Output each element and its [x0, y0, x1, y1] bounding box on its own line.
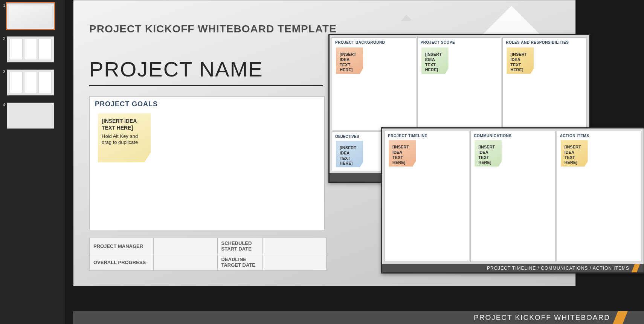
col-roles-responsibilities[interactable]: ROLES AND RESPONSIBILITIES [INSERT IDEA … [502, 37, 587, 130]
thumbnail-slide-1[interactable] [7, 3, 54, 29]
triangle-up-icon [401, 15, 412, 21]
project-goals-panel[interactable]: PROJECT GOALS [INSERT IDEA TEXT HERE] Ho… [89, 96, 325, 230]
col-header: PROJECT BACKGROUND [332, 38, 416, 47]
divider [89, 85, 323, 86]
thumbnail-row: 1 [2, 3, 63, 29]
sticky-placeholder: [INSERT IDEA TEXT HERE] [510, 52, 530, 73]
col-project-background[interactable]: PROJECT BACKGROUND [INSERT IDEA TEXT HER… [332, 37, 416, 130]
thumbnail-number: 1 [2, 3, 5, 8]
sticky-note[interactable]: [INSERT IDEA TEXT HERE] Hold Alt Key and… [421, 47, 449, 74]
sticky-hint: Hold Alt Key and drag to duplicate [102, 133, 138, 145]
sticky-placeholder: [INSERT IDEA TEXT HERE] [392, 145, 412, 165]
project-goals-header: PROJECT GOALS [90, 97, 324, 112]
col-header: PROJECT TIMELINE [385, 131, 469, 141]
col-action-items[interactable]: ACTION ITEMS [INSERT IDEA TEXT HERE] Hol… [557, 131, 641, 262]
footer-bar: PROJECT KICKOFF WHITEBOARD [73, 311, 644, 324]
footer-accent-icon [632, 264, 640, 272]
value-overall-progress[interactable] [154, 254, 218, 271]
sticky-hint: Hold Alt Key and drag to duplicate [478, 168, 495, 179]
template-title[interactable]: PROJECT KICKOFF WHITEBOARD TEMPLATE [89, 23, 337, 35]
value-project-manager[interactable] [154, 238, 218, 254]
footer-accent-icon [613, 311, 628, 324]
thumbnail-row: 3 [2, 69, 63, 96]
col-header: ROLES AND RESPONSIBILITIES [503, 38, 586, 47]
sticky-note[interactable]: [INSERT IDEA TEXT HERE] Hold Alt Key and… [336, 47, 363, 74]
col-project-timeline[interactable]: PROJECT TIMELINE [INSERT IDEA TEXT HERE]… [385, 131, 469, 262]
col-header: ACTION ITEMS [557, 131, 641, 141]
sticky-placeholder: [INSERT IDEA TEXT HERE] [340, 52, 359, 73]
sticky-hint: Hold Alt Key and drag to duplicate [340, 75, 356, 86]
project-info-table[interactable]: PROJECT MANAGER SCHEDULED START DATE OVE… [89, 238, 327, 271]
col-objectives[interactable]: OBJECTIVES [INSERT IDEA TEXT HERE] Hold … [332, 131, 383, 171]
thumbnail-number: 3 [2, 69, 5, 74]
sticky-note[interactable]: [INSERT IDEA TEXT HERE] Hold Alt Key and… [336, 141, 363, 167]
label-start-date: SCHEDULED START DATE [217, 238, 262, 254]
thumbnail-slide-4[interactable] [7, 102, 54, 129]
value-deadline[interactable] [262, 254, 327, 271]
sticky-note[interactable]: [INSERT IDEA TEXT HERE] Hold Alt Key and… [475, 140, 502, 167]
label-deadline: DEADLINE TARGET DATE [217, 254, 262, 271]
thumbnail-number: 2 [2, 36, 5, 41]
overlay-slide-3[interactable]: PROJECT TIMELINE [INSERT IDEA TEXT HERE]… [381, 127, 644, 274]
sticky-placeholder: [INSERT IDEA TEXT HERE] [102, 118, 147, 131]
col-header: PROJECT SCOPE [418, 38, 501, 47]
value-start-date[interactable] [262, 238, 327, 254]
sticky-note[interactable]: [INSERT IDEA TEXT HERE] Hold Alt Key and… [98, 113, 151, 162]
project-name-heading[interactable]: PROJECT NAME [89, 57, 263, 81]
slide3-footer-text: PROJECT TIMELINE / COMMUNICATIONS / ACTI… [487, 266, 629, 271]
label-project-manager: PROJECT MANAGER [90, 238, 154, 254]
footer-text: PROJECT KICKOFF WHITEBOARD [474, 313, 610, 322]
sticky-note[interactable]: [INSERT IDEA TEXT HERE] Hold Alt Key and… [507, 47, 534, 74]
sticky-placeholder: [INSERT IDEA TEXT HERE] [340, 145, 359, 166]
slide-editor: PROJECT KICKOFF WHITEBOARD TEMPLATE PROJ… [65, 0, 644, 324]
thumbnail-slide-2[interactable] [7, 36, 54, 63]
slide-thumbnail-panel: 1 2 3 4 [0, 0, 65, 324]
sticky-placeholder: [INSERT IDEA TEXT HERE] [425, 52, 445, 73]
col-communications[interactable]: COMMUNICATIONS [INSERT IDEA TEXT HERE] H… [470, 131, 555, 262]
sticky-hint: Hold Alt Key and drag to duplicate [565, 168, 581, 179]
sticky-hint: Hold Alt Key and drag to duplicate [425, 75, 442, 86]
sticky-placeholder: [INSERT IDEA TEXT HERE] [565, 145, 584, 165]
sticky-note[interactable]: [INSERT IDEA TEXT HERE] Hold Alt Key and… [389, 140, 416, 167]
slide3-footer: PROJECT TIMELINE / COMMUNICATIONS / ACTI… [382, 264, 644, 272]
col-header: OBJECTIVES [332, 132, 382, 141]
sticky-placeholder: [INSERT IDEA TEXT HERE] [478, 145, 498, 165]
thumbnail-slide-3[interactable] [7, 69, 54, 96]
thumbnail-number: 4 [2, 102, 5, 107]
sticky-note[interactable]: [INSERT IDEA TEXT HERE] Hold Alt Key and… [561, 140, 588, 167]
thumbnail-row: 4 [2, 102, 63, 129]
col-project-scope[interactable]: PROJECT SCOPE [INSERT IDEA TEXT HERE] Ho… [417, 37, 502, 130]
sticky-hint: Hold Alt Key and drag to duplicate [392, 168, 409, 179]
sticky-hint: Hold Alt Key and drag to duplicate [510, 75, 527, 86]
label-overall-progress: OVERALL PROGRESS [90, 254, 154, 271]
col-header: COMMUNICATIONS [471, 131, 555, 141]
thumbnail-row: 2 [2, 36, 63, 63]
